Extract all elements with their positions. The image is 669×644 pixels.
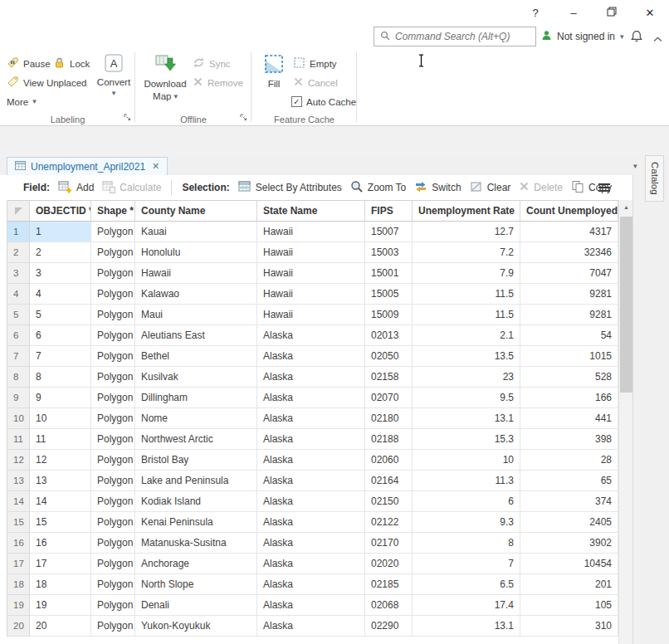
tab-list-chevron-icon[interactable]: ▾ bbox=[633, 163, 637, 170]
cell[interactable]: Maui bbox=[135, 305, 257, 325]
cell[interactable]: 2405 bbox=[520, 512, 618, 533]
cell[interactable]: Polygon bbox=[91, 533, 135, 554]
cell[interactable]: Polygon bbox=[91, 284, 135, 305]
cell[interactable]: Matanuska-Susitna bbox=[135, 533, 257, 554]
lock-labels-button[interactable]: Lock bbox=[51, 55, 92, 72]
cell[interactable]: 14 bbox=[30, 491, 91, 512]
select-by-attributes-button[interactable]: Select By Attributes bbox=[238, 180, 342, 196]
cell[interactable]: 15005 bbox=[365, 284, 413, 305]
cell[interactable]: 8 bbox=[30, 367, 91, 388]
cell[interactable]: 10 bbox=[30, 408, 91, 429]
cell[interactable]: 10454 bbox=[520, 554, 618, 574]
cell[interactable]: 9.3 bbox=[413, 512, 520, 533]
cell[interactable]: Polygon bbox=[91, 512, 135, 533]
cell[interactable]: Hawaii bbox=[257, 242, 365, 263]
cell[interactable]: 7.2 bbox=[413, 242, 520, 263]
cell[interactable]: 4317 bbox=[520, 222, 618, 242]
cell[interactable]: 2 bbox=[30, 242, 91, 263]
cell[interactable]: 02164 bbox=[365, 471, 413, 491]
cell[interactable]: 02158 bbox=[365, 367, 413, 388]
remove-button[interactable]: Remove bbox=[190, 74, 246, 91]
row-number[interactable]: 18 bbox=[7, 574, 30, 595]
column-header[interactable]: County Name bbox=[135, 200, 257, 222]
row-number[interactable]: 13 bbox=[7, 471, 30, 491]
cell[interactable]: Polygon bbox=[91, 450, 135, 471]
cell[interactable]: 11.5 bbox=[413, 305, 520, 325]
cell[interactable]: Hawaii bbox=[135, 263, 257, 284]
cell[interactable]: Alaska bbox=[257, 367, 365, 388]
cell[interactable]: Alaska bbox=[257, 595, 365, 616]
row-number[interactable]: 17 bbox=[7, 554, 30, 574]
cell[interactable]: 02013 bbox=[365, 325, 413, 346]
sync-button[interactable]: Sync bbox=[190, 55, 233, 72]
cell[interactable]: 9.5 bbox=[413, 388, 520, 408]
table-menu-button[interactable] bbox=[598, 182, 611, 196]
cell[interactable]: Alaska bbox=[257, 491, 365, 512]
download-map-button[interactable]: Download Map ▾ bbox=[144, 53, 187, 102]
labeling-dialog-launcher-icon[interactable] bbox=[123, 113, 133, 123]
help-button[interactable]: ? bbox=[516, 0, 554, 25]
cell[interactable]: Alaska bbox=[257, 533, 365, 554]
cell[interactable]: 11.5 bbox=[413, 284, 520, 305]
notifications-button[interactable] bbox=[631, 30, 642, 46]
fill-cache-button[interactable]: Fill bbox=[258, 53, 290, 90]
cell[interactable]: 8 bbox=[413, 533, 520, 554]
tab-unemployment-april2021[interactable]: Unemployment_April2021 ✕ bbox=[7, 157, 168, 175]
row-number[interactable]: 14 bbox=[7, 491, 30, 512]
row-number[interactable]: 1 bbox=[7, 222, 30, 242]
cell[interactable]: 398 bbox=[520, 429, 618, 450]
cell[interactable]: 13.1 bbox=[413, 408, 520, 429]
cell[interactable]: 374 bbox=[520, 491, 618, 512]
cell[interactable]: 528 bbox=[520, 367, 618, 388]
cell[interactable]: Hawaii bbox=[257, 263, 365, 284]
cell[interactable]: Honolulu bbox=[135, 242, 257, 263]
cell[interactable]: 15003 bbox=[365, 242, 413, 263]
cell[interactable]: Bristol Bay bbox=[135, 450, 257, 471]
cell[interactable]: 02060 bbox=[365, 450, 413, 471]
cell[interactable]: Yukon-Koyukuk bbox=[135, 616, 257, 637]
cell[interactable]: Alaska bbox=[257, 429, 365, 450]
cell[interactable]: Polygon bbox=[91, 429, 135, 450]
cell[interactable]: 11.3 bbox=[413, 471, 520, 491]
cell[interactable]: 166 bbox=[520, 388, 618, 408]
cell[interactable]: Northwest Arctic bbox=[135, 429, 257, 450]
cell[interactable]: 18 bbox=[30, 574, 91, 595]
cell[interactable]: Hawaii bbox=[257, 222, 365, 242]
column-header[interactable]: Unemployment Rate bbox=[413, 200, 520, 222]
cell[interactable]: 23 bbox=[413, 367, 520, 388]
cell[interactable]: Hawaii bbox=[257, 284, 365, 305]
command-search-box[interactable] bbox=[374, 27, 536, 46]
cell[interactable]: Polygon bbox=[91, 325, 135, 346]
cell[interactable]: 20 bbox=[30, 616, 91, 637]
row-number[interactable]: 4 bbox=[7, 284, 30, 305]
cell[interactable]: 9 bbox=[30, 388, 91, 408]
row-number[interactable]: 10 bbox=[7, 408, 30, 429]
convert-labels-button[interactable]: A Convert ▾ bbox=[95, 53, 132, 97]
cell[interactable]: Polygon bbox=[91, 305, 135, 325]
view-unplaced-button[interactable]: View Unplaced bbox=[4, 74, 90, 91]
empty-cache-button[interactable]: Empty bbox=[291, 55, 339, 72]
cell[interactable]: 7 bbox=[30, 346, 91, 367]
row-number[interactable]: 3 bbox=[7, 263, 30, 284]
cell[interactable]: Aleutians East bbox=[135, 325, 257, 346]
cancel-cache-button[interactable]: Cancel bbox=[291, 74, 340, 91]
restore-button[interactable] bbox=[593, 0, 631, 25]
cell[interactable]: Dillingham bbox=[135, 388, 257, 408]
cell[interactable]: 4 bbox=[30, 284, 91, 305]
delete-selection-button[interactable]: Delete bbox=[519, 181, 563, 194]
cell[interactable]: Polygon bbox=[91, 554, 135, 574]
cell[interactable]: 7.9 bbox=[413, 263, 520, 284]
cell[interactable]: Kusilvak bbox=[135, 367, 257, 388]
cell[interactable]: 15.3 bbox=[413, 429, 520, 450]
add-field-button[interactable]: Add bbox=[58, 180, 94, 196]
cell[interactable]: Polygon bbox=[91, 346, 135, 367]
cell[interactable]: Polygon bbox=[91, 242, 135, 263]
row-number[interactable]: 2 bbox=[7, 242, 30, 263]
cell[interactable]: Anchorage bbox=[135, 554, 257, 574]
catalog-pane-tab[interactable]: Catalog bbox=[645, 155, 664, 202]
cell[interactable]: Kodiak Island bbox=[135, 491, 257, 512]
cell[interactable]: 13.5 bbox=[413, 346, 520, 367]
cell[interactable]: 1 bbox=[30, 222, 91, 242]
cell[interactable]: 02050 bbox=[365, 346, 413, 367]
cell[interactable]: 12.7 bbox=[413, 222, 520, 242]
